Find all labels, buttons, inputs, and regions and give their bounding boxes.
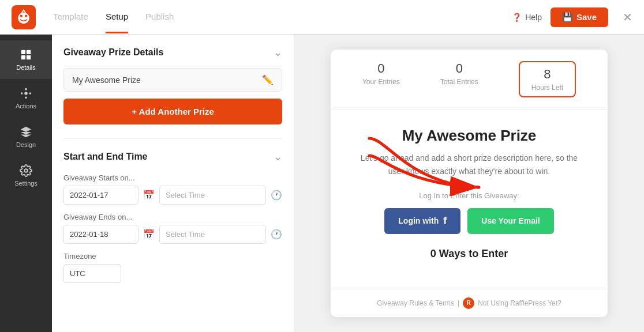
svg-point-10 (21, 92, 23, 95)
sidebar-item-settings[interactable]: Settings (0, 156, 52, 195)
login-buttons: Login with f Use Your Email (354, 208, 585, 234)
tab-setup[interactable]: Setup (106, 1, 128, 33)
prize-section-title: Giveaway Prize Details (63, 47, 163, 58)
prize-item: My Awesome Prize ✏️ (63, 68, 282, 92)
close-button[interactable]: ✕ (623, 10, 632, 24)
add-prize-button[interactable]: + Add Another Prize (63, 99, 282, 124)
time-chevron-icon[interactable]: ⌄ (274, 150, 282, 163)
start-date-input[interactable] (63, 186, 138, 205)
svg-point-2 (25, 14, 27, 17)
sidebar-design-label: Design (16, 141, 36, 148)
sidebar-item-design[interactable]: Design (0, 118, 52, 156)
save-label: Save (576, 12, 597, 22)
top-bar: Template Setup Publish ❓ Help 💾 Save ✕ (0, 0, 644, 35)
facebook-login-button[interactable]: Login with f (384, 208, 460, 234)
fb-label: Login with (398, 216, 439, 225)
preview-stats: 0 Your Entries 0 Total Entries 8 Hours L… (331, 50, 608, 110)
start-date-row: Giveaway Starts on... 📅 Select Time 🕐 (63, 173, 282, 205)
hours-left-label: Hours Left (531, 84, 563, 92)
rafflpress-logo-icon: R (463, 297, 474, 309)
ways-to-enter: 0 Ways to Enter (354, 248, 585, 260)
total-entries-count: 0 (440, 61, 478, 76)
start-time-select[interactable]: Select Time (159, 186, 266, 205)
start-date-inputs: 📅 Select Time 🕐 (63, 186, 282, 205)
end-time-select[interactable]: Select Time (159, 225, 266, 244)
timezone-row: Timezone (63, 252, 282, 283)
section-divider (63, 138, 282, 139)
time-section-header: Start and End Time ⌄ (63, 150, 282, 163)
start-calendar-icon[interactable]: 📅 (143, 190, 155, 201)
total-entries-label: Total Entries (440, 78, 478, 86)
svg-point-7 (24, 92, 28, 95)
svg-rect-3 (21, 50, 25, 54)
prize-chevron-icon[interactable]: ⌄ (274, 46, 282, 59)
save-button[interactable]: 💾 Save (551, 7, 608, 27)
preview-body: My Awesome Prize Let's go ahead and add … (331, 110, 608, 289)
your-entries-label: Your Entries (362, 78, 400, 86)
sidebar-settings-label: Settings (14, 180, 38, 187)
svg-rect-6 (27, 55, 31, 59)
tab-template[interactable]: Template (53, 1, 88, 33)
sidebar-actions-label: Actions (16, 103, 36, 110)
main-content: Details Actions Design Settings (0, 35, 644, 332)
svg-point-0 (18, 12, 29, 24)
prize-name-label: My Awesome Prize (72, 76, 141, 85)
prize-section-header: Giveaway Prize Details ⌄ (63, 46, 282, 59)
ends-label: Giveaway Ends on... (63, 213, 282, 221)
preview-footer: Giveaway Rules & Terms | R Not Using Raf… (331, 289, 608, 317)
nav-tabs: Template Setup Publish (53, 1, 512, 33)
start-clock-icon[interactable]: 🕐 (271, 190, 282, 201)
sidebar-item-details[interactable]: Details (0, 40, 52, 79)
sidebar-details-label: Details (16, 64, 36, 71)
preview-card: 0 Your Entries 0 Total Entries 8 Hours L… (331, 50, 608, 317)
footer-separator: | (458, 299, 459, 307)
right-panel: 0 Your Entries 0 Total Entries 8 Hours L… (294, 35, 644, 332)
end-date-input[interactable] (63, 225, 138, 244)
facebook-icon: f (443, 215, 447, 227)
help-label: Help (525, 13, 542, 22)
login-prompt: Log In to Enter this Giveaway: (354, 191, 585, 200)
help-button[interactable]: ❓ Help (512, 13, 542, 22)
save-icon: 💾 (562, 12, 573, 22)
end-calendar-icon[interactable]: 📅 (143, 229, 155, 240)
preview-prize-desc: Let's go ahead and add a short prize des… (354, 152, 585, 178)
end-clock-icon[interactable]: 🕐 (271, 229, 282, 240)
hours-left-stat: 8 Hours Left (519, 61, 576, 97)
svg-rect-4 (27, 50, 31, 54)
time-section-title: Start and End Time (63, 152, 148, 162)
tab-publish[interactable]: Publish (145, 1, 174, 33)
logo-icon (12, 5, 36, 29)
svg-point-8 (25, 88, 27, 90)
help-icon: ❓ (512, 13, 522, 22)
not-using-link[interactable]: Not Using RafflePress Yet? (478, 299, 561, 307)
svg-point-1 (20, 14, 23, 17)
your-entries-stat: 0 Your Entries (362, 61, 400, 97)
top-bar-actions: ❓ Help 💾 Save ✕ (512, 7, 632, 27)
email-label: Use Your Email (481, 216, 540, 225)
sidebar-item-actions[interactable]: Actions (0, 79, 52, 118)
svg-point-9 (25, 97, 27, 99)
time-section: Start and End Time ⌄ Giveaway Starts on.… (63, 150, 282, 283)
hours-left-count: 8 (531, 67, 563, 82)
edit-prize-icon[interactable]: ✏️ (262, 74, 274, 85)
sidebar: Details Actions Design Settings (0, 35, 52, 332)
your-entries-count: 0 (362, 61, 400, 76)
giveaway-rules-link[interactable]: Giveaway Rules & Terms (377, 299, 454, 307)
svg-point-11 (29, 92, 32, 95)
svg-point-12 (24, 169, 28, 172)
end-date-inputs: 📅 Select Time 🕐 (63, 225, 282, 244)
preview-prize-title: My Awesome Prize (354, 127, 585, 145)
timezone-input[interactable] (63, 264, 121, 283)
email-login-button[interactable]: Use Your Email (467, 208, 553, 234)
starts-label: Giveaway Starts on... (63, 173, 282, 182)
timezone-label: Timezone (63, 252, 282, 261)
add-prize-label: + Add Another Prize (132, 107, 214, 116)
svg-rect-5 (21, 55, 25, 59)
end-date-row: Giveaway Ends on... 📅 Select Time 🕐 (63, 213, 282, 244)
left-panel: Giveaway Prize Details ⌄ My Awesome Priz… (52, 35, 294, 332)
total-entries-stat: 0 Total Entries (440, 61, 478, 97)
